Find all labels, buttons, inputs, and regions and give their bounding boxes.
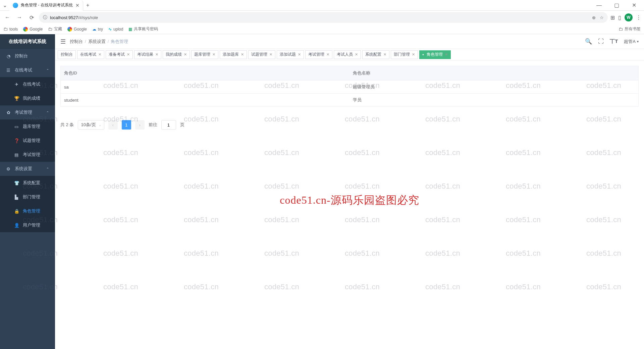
search-icon[interactable]: 🔍 (585, 38, 592, 45)
table-header-id[interactable]: 角色ID (61, 66, 350, 81)
tab-close-icon[interactable]: ✕ (412, 52, 415, 57)
menu-label: 用户管理 (23, 222, 40, 228)
nav-back[interactable]: ← (3, 13, 12, 22)
bookmark-item[interactable]: uplod (108, 27, 123, 32)
sidebar-item-考试管理[interactable]: ✿考试管理⌃ (0, 105, 55, 119)
page-tab-控制台[interactable]: 控制台 (58, 50, 76, 59)
pagination-page-1[interactable]: 1 (122, 120, 131, 130)
sidebar-item-在线考试[interactable]: ☰在线考试⌃ (0, 63, 55, 77)
sidebar-item-考试管理[interactable]: ▤考试管理 (0, 148, 55, 162)
sidebar-item-用户管理[interactable]: 👤用户管理 (0, 218, 55, 232)
page-size-select[interactable]: 10条/页 ⌄ (78, 120, 104, 130)
sidebar-item-角色管理[interactable]: 🔒角色管理 (0, 204, 55, 218)
bookmark-item[interactable]: txy (92, 27, 103, 32)
pagination-prev[interactable]: ‹ (108, 120, 118, 130)
page-tab-角色管理[interactable]: 角色管理✕ (419, 50, 451, 59)
tab-close-icon[interactable]: ✕ (445, 52, 448, 57)
profile-avatar[interactable]: W (625, 13, 633, 21)
nav-forward[interactable]: → (15, 13, 24, 22)
menu-icon: ◔ (6, 54, 11, 59)
site-info-icon[interactable]: ⓘ (43, 14, 47, 20)
sidebar-item-部门管理[interactable]: ▙部门管理 (0, 190, 55, 204)
page-tab-我的成绩[interactable]: 我的成绩✕ (163, 50, 190, 59)
menu-icon: 🔒 (14, 209, 19, 214)
table-row[interactable]: student学员 (61, 94, 639, 107)
tab-close-icon[interactable]: ✕ (241, 52, 244, 57)
menu-icon: ☰ (6, 68, 11, 73)
bookmark-item[interactable]: 共享账号密码 (128, 26, 158, 32)
tab-close-icon[interactable]: ✕ (155, 52, 158, 57)
cell-role-name: 超级管理员 (350, 81, 639, 94)
page-tab-在线考试[interactable]: 在线考试✕ (77, 50, 104, 59)
chevron-icon: ⌃ (46, 167, 49, 171)
tab-label: 系统配置 (365, 52, 381, 57)
tab-close-icon[interactable]: ✕ (269, 52, 272, 57)
chevron-down-icon: ⌄ (99, 123, 101, 127)
page-tab-添加试题[interactable]: 添加试题✕ (277, 50, 304, 59)
tab-list-dropdown[interactable]: ⌄ (0, 2, 9, 8)
tab-label: 题库管理 (194, 52, 210, 57)
browser-tab[interactable]: 角色管理 - 在线培训考试系统 ✕ (9, 0, 83, 11)
new-tab-button[interactable]: + (83, 2, 93, 8)
table-row[interactable]: sa超级管理员 (61, 81, 639, 94)
tab-close-icon[interactable]: ✕ (326, 52, 329, 57)
side-panel-icon[interactable]: ▯ (618, 14, 621, 21)
browser-title-bar: ⌄ 角色管理 - 在线培训考试系统 ✕ + — ▢ ✕ (0, 0, 644, 11)
nav-reload[interactable]: ⟳ (27, 13, 36, 22)
tab-close-icon[interactable]: ✕ (75, 3, 79, 8)
window-minimize[interactable]: — (592, 1, 606, 10)
page-tab-添加题库[interactable]: 添加题库✕ (220, 50, 247, 59)
window-close[interactable]: ✕ (627, 1, 641, 10)
tab-close-icon[interactable]: ✕ (355, 52, 358, 57)
all-bookmarks[interactable]: 所有书签 (619, 26, 641, 32)
translate-icon[interactable]: ⊕ (592, 15, 596, 20)
sidebar-item-系统配置[interactable]: 👕系统配置 (0, 176, 55, 190)
fullscreen-icon[interactable]: ⛶ (598, 38, 604, 45)
tab-close-icon[interactable]: ✕ (383, 52, 386, 57)
tab-close-icon[interactable]: ✕ (98, 52, 101, 57)
page-tab-准备考试[interactable]: 准备考试✕ (106, 50, 133, 59)
menu-label: 部门管理 (23, 194, 40, 200)
sidebar-item-控制台[interactable]: ◔控制台 (0, 49, 55, 63)
font-size-icon[interactable]: 丅T (610, 38, 618, 45)
tab-close-icon[interactable]: ✕ (127, 52, 130, 57)
sidebar-item-系统设置[interactable]: ⚙系统设置⌃ (0, 162, 55, 176)
bookmark-star-icon[interactable]: ☆ (600, 15, 604, 20)
menu-label: 系统设置 (15, 166, 32, 172)
tab-label: 控制台 (61, 52, 73, 57)
pagination-goto-input[interactable] (161, 120, 176, 130)
bookmark-item[interactable]: Google (67, 27, 87, 32)
breadcrumb-current: 角色管理 (111, 39, 128, 45)
tab-close-icon[interactable]: ✕ (212, 52, 215, 57)
tab-label: 考试人员 (337, 52, 353, 57)
breadcrumb-item[interactable]: 系统设置 (88, 39, 106, 45)
page-tab-系统配置[interactable]: 系统配置✕ (362, 50, 389, 59)
user-dropdown[interactable]: 超管A▾ (624, 39, 639, 45)
extensions-icon[interactable]: ⊞ (610, 14, 615, 21)
bookmark-item[interactable]: tools (3, 27, 18, 32)
menu-icon: 👕 (14, 181, 19, 186)
url-bar[interactable]: ⓘ localhost:9527/#/sys/role ⊕ ☆ (39, 12, 608, 23)
page-tab-考试结果[interactable]: 考试结果✕ (134, 50, 161, 59)
page-tab-题库管理[interactable]: 题库管理✕ (191, 50, 218, 59)
bookmark-item[interactable]: 宝藏 (48, 26, 62, 32)
sidebar-item-题库管理[interactable]: ▭题库管理 (0, 119, 55, 134)
bookmark-item[interactable]: Google (23, 27, 43, 32)
page-tab-部门管理[interactable]: 部门管理✕ (391, 50, 418, 59)
page-tab-试题管理[interactable]: 试题管理✕ (248, 50, 275, 59)
breadcrumb-item[interactable]: 控制台 (70, 39, 83, 45)
tab-close-icon[interactable]: ✕ (298, 52, 301, 57)
sidebar-item-在线考试[interactable]: ✈在线考试 (0, 77, 55, 91)
browser-menu-icon[interactable]: ⋮ (636, 14, 641, 21)
table-header-name[interactable]: 角色名称 (350, 66, 639, 81)
menu-icon: ❓ (14, 138, 19, 143)
sidebar-item-我的成绩[interactable]: 🏆我的成绩 (0, 91, 55, 105)
folder-icon (3, 27, 8, 32)
collapse-sidebar-icon[interactable]: ☰ (60, 38, 66, 45)
pagination-next[interactable]: › (135, 120, 145, 130)
window-maximize[interactable]: ▢ (609, 1, 624, 10)
tab-close-icon[interactable]: ✕ (184, 52, 187, 57)
sidebar-item-试题管理[interactable]: ❓试题管理 (0, 134, 55, 148)
page-tab-考试管理[interactable]: 考试管理✕ (305, 50, 332, 59)
page-tab-考试人员[interactable]: 考试人员✕ (334, 50, 361, 59)
